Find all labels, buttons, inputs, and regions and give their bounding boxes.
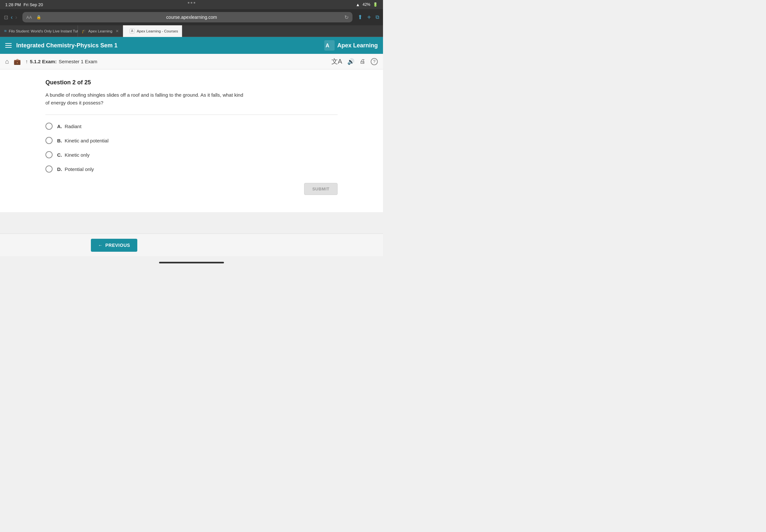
label-d: D. Potential only	[57, 166, 94, 172]
previous-label: PREVIOUS	[105, 243, 130, 248]
exam-breadcrumb: ↑ 5.1.2 Exam: Semester 1 Exam	[25, 59, 97, 65]
tab-apex[interactable]: 🎓 Apex Learning ✕	[78, 25, 123, 37]
exam-label: 5.1.2 Exam:	[30, 59, 57, 64]
bottom-navigation: ← PREVIOUS	[0, 234, 383, 256]
svg-text:A: A	[325, 43, 329, 48]
tab-filo[interactable]: ≋ Filo Student: World's Only Live Instan…	[0, 25, 78, 37]
radio-d[interactable]	[45, 165, 53, 173]
arrow-left-icon: ←	[98, 243, 103, 248]
browser-chrome: ⊡ ‹ › AA 🔒 course.apexlearning.com ↻ ⬆ +…	[0, 9, 383, 25]
tab-apex-favicon: 🎓	[82, 29, 86, 33]
sub-header: ⌂ 💼 ↑ 5.1.2 Exam: Semester 1 Exam 文A 🔊 🖨…	[0, 54, 383, 69]
font-size-label[interactable]: AA	[26, 15, 32, 20]
answer-b-text: Kinetic and potential	[65, 138, 108, 143]
wifi-icon: ▲	[356, 2, 360, 7]
status-dots	[188, 2, 195, 4]
exam-title: Semester 1 Exam	[59, 59, 97, 64]
apex-logo: A Apex Learning	[324, 40, 378, 51]
hamburger-menu[interactable]	[5, 43, 12, 48]
app-header: Integrated Chemistry-Physics Sem 1 A Ape…	[0, 37, 383, 54]
tab-filo-favicon: ≋	[4, 29, 7, 33]
tab-courses-label: Apex Learning - Courses	[137, 29, 178, 33]
sub-header-left: ⌂ 💼 ↑ 5.1.2 Exam: Semester 1 Exam	[5, 58, 97, 65]
print-icon[interactable]: 🖨	[359, 58, 365, 65]
audio-icon[interactable]: 🔊	[347, 58, 354, 65]
date-display: Fri Sep 20	[23, 2, 43, 7]
battery-icon: 🔋	[373, 2, 378, 7]
time-display: 1:28 PM	[5, 2, 21, 7]
share-icon[interactable]: ⬆	[358, 14, 362, 21]
tab-bar: ≋ Filo Student: World's Only Live Instan…	[0, 25, 383, 37]
url-display: course.apexlearning.com	[43, 15, 340, 20]
submit-row: SUBMIT	[45, 183, 337, 195]
forward-button[interactable]: ›	[15, 14, 17, 21]
apex-logo-icon: A	[324, 40, 334, 51]
answer-a-text: Radiant	[65, 124, 81, 129]
lock-icon: 🔒	[36, 15, 41, 19]
label-c: C. Kinetic only	[57, 152, 90, 158]
browser-left-icons: ⊡	[4, 14, 8, 20]
help-icon[interactable]: ?	[371, 58, 378, 65]
radio-b[interactable]	[45, 137, 53, 144]
back-button[interactable]: ‹	[11, 14, 13, 21]
option-d[interactable]: D. Potential only	[45, 165, 337, 173]
app-header-left: Integrated Chemistry-Physics Sem 1	[5, 42, 117, 49]
tab-courses[interactable]: A Apex Learning - Courses	[123, 25, 182, 37]
status-left: 1:28 PM Fri Sep 20	[5, 2, 43, 7]
address-bar[interactable]: AA 🔒 course.apexlearning.com ↻	[22, 12, 352, 22]
tab-apex-close[interactable]: ✕	[115, 29, 119, 33]
radio-c[interactable]	[45, 151, 53, 158]
option-c[interactable]: C. Kinetic only	[45, 151, 337, 158]
briefcase-icon[interactable]: 💼	[14, 58, 21, 65]
tab-filo-label: Filo Student: World's Only Live Instant …	[9, 29, 78, 33]
tab-apex-label: Apex Learning	[88, 29, 112, 33]
tabs-icon[interactable]: ⧉	[375, 14, 379, 20]
answer-divider	[45, 115, 337, 115]
label-a: A. Radiant	[57, 124, 81, 129]
answer-options: A. Radiant B. Kinetic and potential C. K…	[45, 123, 337, 173]
sidebar-icon[interactable]: ⊡	[4, 14, 8, 20]
browser-actions: ⬆ + ⧉	[358, 14, 379, 21]
submit-button[interactable]: SUBMIT	[304, 183, 337, 195]
main-content: Question 2 of 25 A bundle of roofing shi…	[0, 69, 383, 212]
translate-icon[interactable]: 文A	[331, 57, 342, 66]
status-right: ▲ 42% 🔋	[356, 2, 378, 7]
upload-icon: ↑	[25, 59, 28, 65]
question-text: A bundle of roofing shingles slides off …	[45, 91, 247, 107]
add-tab-icon[interactable]: +	[367, 14, 371, 21]
reload-button[interactable]: ↻	[344, 14, 348, 20]
sub-header-right: 文A 🔊 🖨 ?	[331, 57, 378, 66]
course-title: Integrated Chemistry-Physics Sem 1	[16, 42, 117, 49]
question-number: Question 2 of 25	[45, 79, 337, 86]
radio-a[interactable]	[45, 123, 53, 130]
home-indicator	[159, 262, 224, 263]
apex-logo-text: Apex Learning	[337, 42, 378, 49]
battery-display: 42%	[362, 2, 370, 7]
label-b: B. Kinetic and potential	[57, 138, 108, 143]
option-b[interactable]: B. Kinetic and potential	[45, 137, 337, 144]
status-bar: 1:28 PM Fri Sep 20 ▲ 42% 🔋	[0, 0, 383, 9]
previous-button[interactable]: ← PREVIOUS	[91, 239, 137, 252]
answer-d-text: Potential only	[65, 166, 94, 172]
option-a[interactable]: A. Radiant	[45, 123, 337, 130]
home-icon[interactable]: ⌂	[5, 58, 9, 65]
answer-c-text: Kinetic only	[65, 152, 90, 158]
tab-courses-favicon: A	[129, 29, 135, 34]
